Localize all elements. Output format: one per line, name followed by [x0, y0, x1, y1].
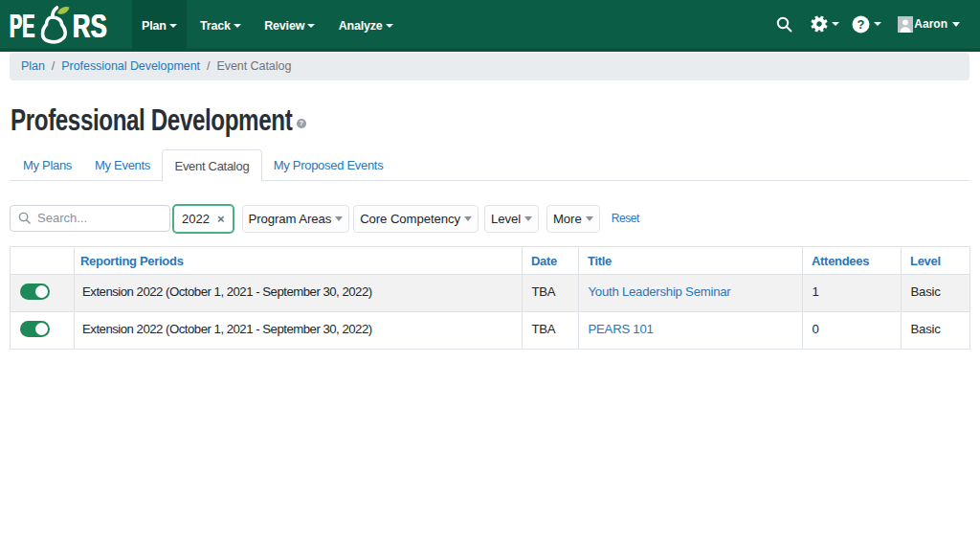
svg-text:?: ?: [858, 17, 865, 32]
